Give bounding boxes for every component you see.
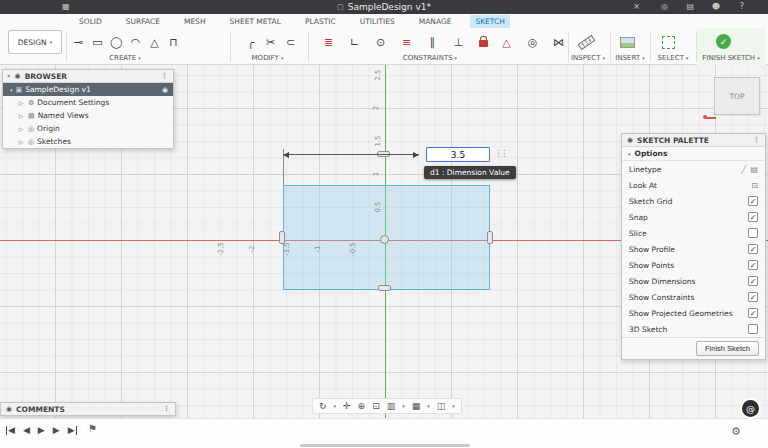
- select-group-dropdown[interactable]: SELECT ▾: [650, 53, 696, 63]
- horizontal-vertical-icon[interactable]: ≣: [320, 34, 337, 51]
- perpendicular-icon[interactable]: ⊥: [450, 34, 467, 51]
- finish-sketch-check-icon[interactable]: ✓: [716, 34, 731, 49]
- sketch-palette-header[interactable]: ◉ SKETCH PALETTE ⋮: [622, 134, 765, 147]
- expand-icon[interactable]: ▷: [19, 126, 25, 132]
- trim-icon[interactable]: ✂: [262, 34, 279, 51]
- play-button[interactable]: ▶: [37, 426, 46, 435]
- activate-radio-icon[interactable]: ◉: [162, 86, 168, 94]
- 3d-sketch-checkbox[interactable]: [748, 324, 758, 334]
- slot-icon[interactable]: ⊓: [165, 34, 182, 51]
- viewports-icon[interactable]: ◫: [437, 402, 446, 411]
- tangent-icon[interactable]: ⊙: [372, 34, 389, 51]
- equal-icon[interactable]: ≡: [398, 34, 415, 51]
- drag-grip-icon[interactable]: ⋮: [753, 136, 760, 144]
- parallel-icon[interactable]: ∥: [424, 34, 441, 51]
- symmetry-icon[interactable]: ⋈: [550, 34, 567, 51]
- pan-icon[interactable]: ✛: [343, 402, 351, 411]
- sketch-grid-checkbox[interactable]: ✓: [748, 196, 758, 206]
- dimension-grip-icon[interactable]: ⋮⋮: [494, 148, 506, 158]
- design-dropdown[interactable]: DESIGN ▾: [8, 30, 62, 54]
- midpoint-icon[interactable]: △: [498, 34, 515, 51]
- concentric-icon[interactable]: ◎: [524, 34, 541, 51]
- chevron-down-icon[interactable]: ▾: [427, 403, 430, 409]
- palette-row-show-points[interactable]: Show Points ✓: [622, 257, 765, 273]
- comments-header[interactable]: ◉ COMMENTS ⋮: [1, 403, 175, 415]
- show-points-checkbox[interactable]: ✓: [748, 260, 758, 270]
- tab-manage[interactable]: MANAGE: [414, 15, 457, 28]
- show-projected-checkbox[interactable]: ✓: [748, 308, 758, 318]
- coincident-icon[interactable]: ∟: [346, 34, 363, 51]
- notification-icon[interactable]: ◎: [661, 1, 668, 13]
- browser-header[interactable]: ▾ ◉ BROWSER ⋮: [3, 70, 173, 83]
- timeline-marker-icon[interactable]: ⚑: [88, 423, 97, 434]
- options-section-header[interactable]: ▾ Options: [622, 147, 765, 161]
- dimension-value-input[interactable]: [426, 147, 490, 162]
- constraints-group-dropdown[interactable]: CONSTRAINTS ▾: [385, 53, 475, 63]
- menu-grid-icon[interactable]: ▦: [62, 1, 70, 13]
- expand-icon[interactable]: ▷: [19, 139, 25, 145]
- profile-icon[interactable]: ☻: [712, 1, 720, 13]
- orbit-icon[interactable]: ↻: [319, 402, 327, 411]
- linetype-centerline-icon[interactable]: ▤: [750, 165, 758, 174]
- palette-row-show-constraints[interactable]: Show Constraints ✓: [622, 289, 765, 305]
- insert-group-dropdown[interactable]: INSERT ▾: [608, 53, 652, 63]
- display-settings-icon[interactable]: ▥: [387, 402, 396, 411]
- chevron-down-icon[interactable]: ▾: [334, 403, 337, 409]
- linetype-construction-icon[interactable]: ╱: [742, 165, 747, 174]
- palette-row-slice[interactable]: Slice: [622, 225, 765, 241]
- visibility-icon[interactable]: ◎: [28, 138, 34, 146]
- select-icon[interactable]: [662, 36, 675, 49]
- slice-checkbox[interactable]: [748, 228, 758, 238]
- snap-checkbox[interactable]: ✓: [748, 212, 758, 222]
- fillet-icon[interactable]: ╭: [242, 34, 259, 51]
- go-to-start-button[interactable]: ◀: [6, 426, 16, 435]
- show-profile-checkbox[interactable]: ✓: [748, 244, 758, 254]
- document-tab[interactable]: ▢ SampleDesign v1*: [337, 0, 431, 14]
- chevron-down-icon[interactable]: ▾: [452, 403, 455, 409]
- edge-handle-bottom[interactable]: [378, 285, 391, 291]
- drag-grip-icon[interactable]: ⋮: [163, 405, 170, 413]
- palette-row-sketch-grid[interactable]: Sketch Grid ✓: [622, 193, 765, 209]
- browser-item-named-views[interactable]: ▷ ▤ Named Views: [3, 109, 173, 122]
- expand-icon[interactable]: ▷: [19, 100, 25, 106]
- expand-icon[interactable]: ▾: [10, 87, 13, 93]
- chevron-down-icon[interactable]: ▾: [402, 403, 405, 409]
- palette-row-snap[interactable]: Snap ✓: [622, 209, 765, 225]
- offset-icon[interactable]: ⊂: [282, 34, 299, 51]
- browser-item-origin[interactable]: ▷ ◎ Origin: [3, 122, 173, 135]
- line-icon[interactable]: ⊸: [70, 34, 87, 51]
- expand-icon[interactable]: ▷: [19, 113, 25, 119]
- palette-row-3d-sketch[interactable]: 3D Sketch: [622, 321, 765, 337]
- browser-root-row[interactable]: ▾ ▣ SampleDesign v1 ◉: [3, 83, 173, 96]
- show-dimensions-checkbox[interactable]: ✓: [748, 276, 758, 286]
- finish-sketch-dropdown[interactable]: FINISH SKETCH ▾: [696, 53, 766, 63]
- palette-row-look-at[interactable]: Look At ⊡: [622, 177, 765, 193]
- palette-row-show-profile[interactable]: Show Profile ✓: [622, 241, 765, 257]
- tab-surface[interactable]: SURFACE: [121, 15, 165, 28]
- measure-icon[interactable]: [578, 35, 596, 50]
- close-tab-icon[interactable]: ×: [633, 1, 640, 13]
- gear-icon[interactable]: ⚙: [731, 425, 741, 438]
- edge-handle-right[interactable]: [487, 231, 493, 244]
- sketch-canvas[interactable]: -2.5 -2 -1.5 -1 -0.5 2.5 2 1.5 1 0.5 ⋮⋮ …: [0, 65, 768, 418]
- tab-sketch[interactable]: SKETCH: [470, 15, 509, 28]
- palette-row-linetype[interactable]: Linetype ╱ ▤: [622, 161, 765, 177]
- arc-icon[interactable]: ◠: [127, 34, 144, 51]
- edge-handle-left[interactable]: [279, 231, 285, 244]
- collapse-panel-icon[interactable]: ▾: [6, 75, 12, 78]
- palette-row-show-dimensions[interactable]: Show Dimensions ✓: [622, 273, 765, 289]
- fit-icon[interactable]: ⊡: [372, 402, 380, 411]
- drag-grip-icon[interactable]: ⋮: [161, 72, 168, 80]
- palette-row-show-projected[interactable]: Show Projected Geometries ✓: [622, 305, 765, 321]
- look-at-icon[interactable]: ⊡: [751, 181, 758, 190]
- fix-lock-icon[interactable]: [479, 40, 488, 47]
- visibility-icon[interactable]: ◎: [28, 125, 34, 133]
- browser-item-sketches[interactable]: ▷ ◎ Sketches: [3, 135, 173, 148]
- show-constraints-checkbox[interactable]: ✓: [748, 292, 758, 302]
- assistant-button[interactable]: @: [742, 400, 759, 417]
- finish-sketch-button[interactable]: Finish Sketch: [696, 341, 759, 356]
- step-back-button[interactable]: ◀: [22, 426, 31, 435]
- zoom-icon[interactable]: ⊕: [358, 402, 366, 411]
- insert-image-icon[interactable]: [620, 37, 635, 48]
- circle-icon[interactable]: ◯: [108, 34, 125, 51]
